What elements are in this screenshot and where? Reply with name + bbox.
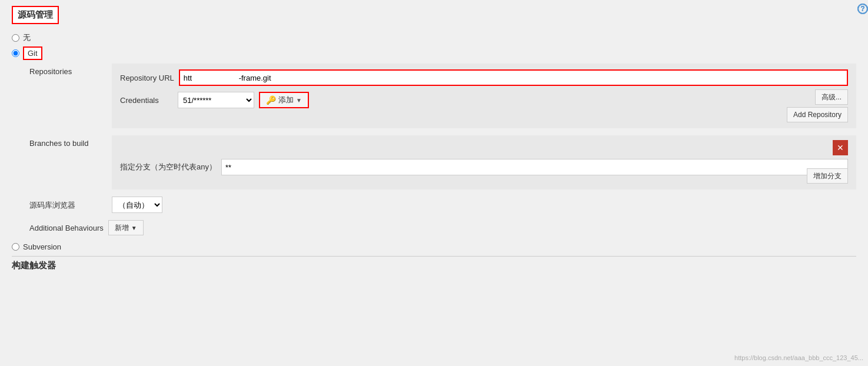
radio-subversion-input[interactable]: [12, 243, 19, 251]
credentials-label: Credentials: [120, 96, 173, 105]
radio-none[interactable]: 无: [12, 32, 856, 43]
credentials-add-button[interactable]: 🔑 添加 ▼: [259, 92, 309, 108]
branches-row: Branches to build ✕ 指定分支（为空时代表any） 增加分支 …: [29, 135, 856, 189]
source-browser-row: 源码库浏览器 （自动） ?: [29, 197, 856, 213]
source-browser-content: （自动）: [112, 197, 856, 213]
repo-url-label: Repository URL: [120, 74, 174, 82]
add-repository-button[interactable]: Add Repository: [787, 107, 848, 122]
radio-git[interactable]: Git: [12, 46, 856, 60]
radio-none-input[interactable]: [12, 34, 19, 42]
delete-branch-button[interactable]: ✕: [833, 140, 848, 155]
repositories-row: Repositories Repository URL Credentials …: [29, 64, 856, 128]
repositories-label: Repositories: [29, 64, 112, 76]
subversion-label: Subversion: [23, 242, 61, 251]
credentials-row: Credentials 51/****** 🔑 添加 ▼: [120, 92, 848, 108]
radio-none-label: 无: [23, 32, 31, 43]
page-wrapper: 源码管理 无 Git Repositories Repository URL: [0, 0, 868, 366]
source-browser-help-icon[interactable]: ?: [857, 4, 868, 14]
source-browser-inner: 源码库浏览器 （自动）: [29, 197, 856, 213]
chevron-down-icon-new: ▼: [131, 225, 137, 231]
repo-url-input[interactable]: [179, 69, 848, 86]
credentials-select[interactable]: 51/******: [178, 92, 254, 108]
repos-form-content: Repository URL Credentials 51/****** 🔑 添…: [112, 64, 856, 128]
repos-inner: Repositories Repository URL Credentials …: [29, 64, 856, 128]
advanced-button[interactable]: 高级...: [815, 89, 848, 105]
branch-spec-row: 指定分支（为空时代表any）: [120, 159, 848, 175]
separator: [12, 256, 856, 257]
additional-behaviours-row: Additional Behaviours 新增 ▼: [29, 220, 856, 235]
branches-inner: Branches to build ✕ 指定分支（为空时代表any） 增加分支: [29, 135, 856, 189]
branch-spec-input[interactable]: [221, 159, 848, 175]
key-icon: 🔑: [266, 95, 276, 105]
subversion-row[interactable]: Subversion: [12, 242, 856, 251]
source-browser-select[interactable]: （自动）: [112, 197, 162, 213]
radio-git-input[interactable]: [12, 49, 19, 57]
add-branch-button[interactable]: 增加分支: [807, 168, 848, 184]
radio-git-label: Git: [23, 46, 42, 60]
chevron-down-icon: ▼: [296, 97, 302, 104]
add-new-behaviour-button[interactable]: 新增 ▼: [108, 220, 144, 235]
additional-behaviours-label: Additional Behaviours: [29, 224, 104, 232]
branches-content: ✕ 指定分支（为空时代表any） 增加分支: [112, 135, 856, 189]
branch-spec-label: 指定分支（为空时代表any）: [120, 162, 217, 172]
section-title: 源码管理: [12, 6, 59, 24]
build-trigger-title: 构建触发器: [12, 260, 856, 271]
git-content: Repositories Repository URL Credentials …: [29, 64, 856, 235]
repo-url-row: Repository URL: [120, 69, 848, 86]
new-button-label: 新增: [115, 223, 129, 233]
branches-label: Branches to build: [29, 135, 112, 148]
add-button-label: 添加: [278, 95, 294, 105]
source-browser-label: 源码库浏览器: [29, 197, 112, 211]
watermark-text: https://blog.csdn.net/aaa_bbb_ccc_123_45…: [734, 354, 863, 361]
